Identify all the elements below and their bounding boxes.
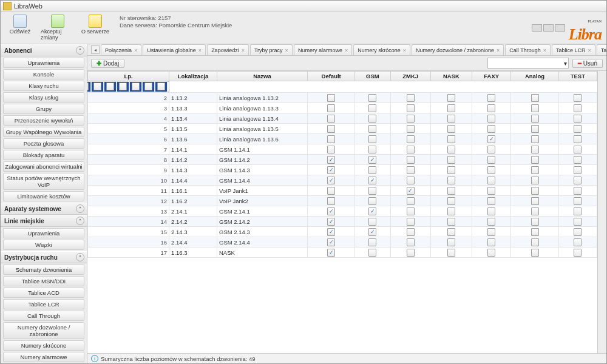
checkbox[interactable] (487, 177, 495, 184)
checkbox[interactable] (487, 104, 495, 112)
sidebar-item[interactable]: Numery dozwolone / zabronione (3, 322, 84, 339)
checkbox[interactable] (447, 238, 455, 246)
checkbox[interactable] (407, 238, 415, 246)
sidebar[interactable]: Abonenci˄UprawnieniaKonsoleKlasy ruchuKl… (1, 44, 87, 363)
checkbox[interactable] (327, 177, 335, 184)
checkbox[interactable] (144, 83, 152, 90)
sidebar-item[interactable]: Blokady aparatu (3, 150, 84, 160)
checkbox[interactable] (447, 249, 455, 257)
checkbox[interactable] (447, 177, 455, 184)
table-row[interactable]: 81.14.2GSM 1.14.2 (88, 155, 597, 165)
checkbox[interactable] (87, 83, 89, 90)
checkbox[interactable] (447, 125, 455, 133)
checkbox[interactable] (327, 166, 335, 174)
table-row[interactable]: 132.14.1GSM 2.14.1 (88, 206, 597, 217)
close-icon[interactable]: × (588, 47, 591, 53)
checkbox[interactable] (574, 197, 582, 205)
checkbox[interactable] (574, 187, 582, 195)
checkbox[interactable] (447, 166, 455, 174)
sidebar-section-header[interactable]: Linie miejskie˄ (1, 215, 87, 227)
checkbox[interactable] (487, 115, 495, 123)
close-icon[interactable]: × (543, 47, 546, 53)
tab[interactable]: Zapowiedzi× (207, 44, 249, 55)
checkbox[interactable] (368, 228, 376, 236)
checkbox[interactable] (447, 115, 455, 123)
checkbox[interactable] (327, 249, 335, 257)
add-button[interactable]: ✚Dodaj (91, 59, 124, 68)
sidebar-item[interactable]: Numery alarmowe (3, 352, 84, 362)
table-row[interactable]: 162.14.4GSM 2.14.4 (88, 237, 597, 248)
col-header[interactable]: Nazwa (217, 72, 308, 81)
col-header[interactable]: Default (308, 72, 355, 81)
checkbox[interactable] (574, 249, 582, 257)
checkbox[interactable] (327, 218, 335, 226)
checkbox[interactable] (327, 228, 335, 236)
checkbox[interactable] (574, 238, 582, 246)
checkbox[interactable] (327, 156, 335, 164)
checkbox[interactable] (407, 166, 415, 174)
checkbox[interactable] (368, 207, 376, 215)
checkbox[interactable] (368, 187, 376, 195)
table-row[interactable]: 21.13.2Linia analogowa 1.13.2 (88, 93, 597, 103)
checkbox[interactable] (368, 125, 376, 133)
table-row[interactable]: 91.14.3GSM 1.14.3 (88, 165, 597, 175)
checkbox[interactable] (487, 125, 495, 133)
table-row[interactable]: 51.13.5Linia analogowa 1.13.5 (88, 124, 597, 134)
checkbox[interactable] (574, 135, 582, 143)
checkbox[interactable] (447, 218, 455, 226)
checkbox[interactable] (574, 115, 582, 123)
checkbox[interactable] (327, 135, 335, 143)
checkbox[interactable] (531, 187, 539, 195)
checkbox[interactable] (157, 83, 165, 90)
filter-select[interactable]: ▾ (487, 58, 569, 69)
checkbox[interactable] (447, 104, 455, 112)
col-header[interactable]: Analog (511, 72, 558, 81)
checkbox[interactable] (368, 197, 376, 205)
checkbox[interactable] (487, 135, 495, 143)
checkbox[interactable] (447, 197, 455, 205)
checkbox[interactable] (531, 135, 539, 143)
sidebar-item[interactable]: Konsole (3, 69, 84, 79)
checkbox[interactable] (531, 115, 539, 123)
checkbox[interactable] (487, 94, 495, 102)
sidebar-item[interactable]: Uprawnienia (3, 228, 84, 238)
checkbox[interactable] (407, 187, 415, 195)
table-row[interactable]: 41.13.4Linia analogowa 1.13.4 (88, 113, 597, 124)
sidebar-item[interactable]: Limitowanie kosztów (3, 191, 84, 201)
checkbox[interactable] (487, 156, 495, 164)
sidebar-item[interactable]: Grupy Wspólnego Wywołania (3, 127, 84, 137)
table-row[interactable]: 71.14.1GSM 1.14.1 (88, 144, 597, 155)
checkbox[interactable] (531, 177, 539, 184)
tab-strip[interactable]: ◂Połączenia×Ustawienia globalne×Zapowied… (87, 44, 606, 56)
table-row[interactable]: 171.16.3NASK (88, 248, 597, 258)
checkbox[interactable] (531, 146, 539, 153)
col-header[interactable]: ZMKJ (390, 72, 430, 81)
checkbox[interactable] (368, 146, 376, 153)
checkbox[interactable] (407, 94, 415, 102)
checkbox[interactable] (368, 156, 376, 164)
checkbox[interactable] (327, 125, 335, 133)
tab-scroll-left-icon[interactable]: ◂ (91, 46, 100, 54)
table-row[interactable]: 152.14.3GSM 2.14.3 (88, 227, 597, 237)
checkbox[interactable] (368, 104, 376, 112)
checkbox[interactable] (574, 207, 582, 215)
sidebar-item[interactable]: Zalogowani abonenci wirtualni (3, 161, 84, 172)
sidebar-item[interactable]: Wiązki (3, 240, 84, 250)
checkbox[interactable] (407, 249, 415, 257)
checkbox[interactable] (531, 104, 539, 112)
checkbox[interactable] (407, 115, 415, 123)
sidebar-item[interactable]: Klasy usług (3, 92, 84, 103)
tab[interactable]: Połączenia× (101, 44, 141, 55)
sidebar-item[interactable]: Klasy ruchu (3, 81, 84, 91)
checkbox[interactable] (407, 156, 415, 164)
close-icon[interactable]: × (345, 47, 348, 53)
sidebar-item[interactable]: Status portów wewnętrznych VoIP (3, 173, 84, 190)
checkbox[interactable] (487, 197, 495, 205)
checkbox[interactable] (447, 156, 455, 164)
table-row[interactable]: 31.13.3Linia analogowa 1.13.3 (88, 103, 597, 113)
checkbox[interactable] (368, 218, 376, 226)
checkbox[interactable] (407, 207, 415, 215)
checkbox[interactable] (531, 156, 539, 164)
checkbox[interactable] (327, 94, 335, 102)
col-header[interactable]: GSM (355, 72, 390, 81)
